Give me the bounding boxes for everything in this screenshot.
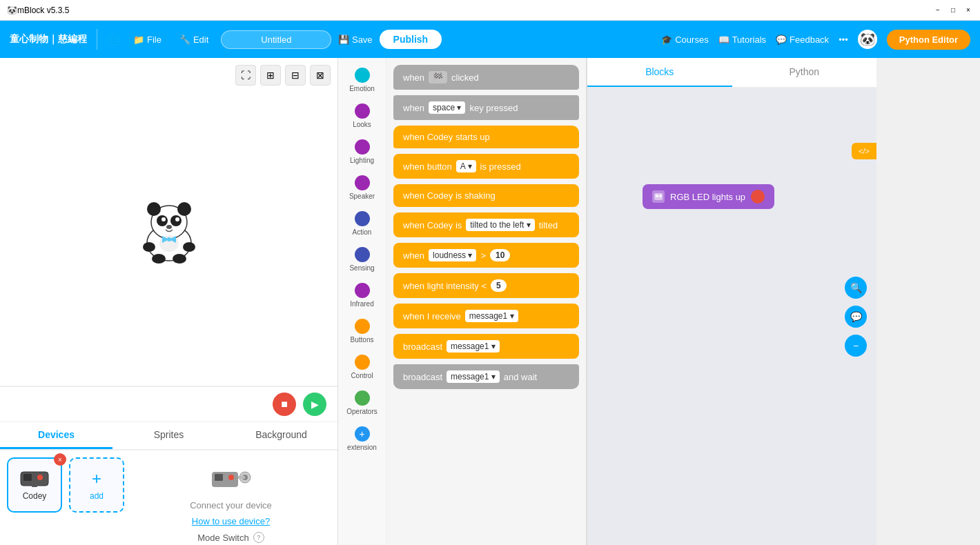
- category-extension[interactable]: + extension: [342, 422, 383, 455]
- nav-divider: [97, 29, 97, 50]
- code-toggle-button[interactable]: </>: [852, 143, 876, 159]
- courses-link[interactable]: 🎓 Courses: [661, 34, 708, 45]
- category-operators[interactable]: Operators: [342, 386, 383, 419]
- stage-panda: [131, 184, 207, 260]
- comment-panel-button[interactable]: 💬: [845, 306, 867, 328]
- svg-rect-26: [238, 476, 245, 479]
- remove-device-badge[interactable]: ×: [54, 453, 66, 466]
- svg-point-3: [177, 202, 191, 216]
- feedback-link[interactable]: 💬 Feedback: [776, 34, 829, 45]
- block-when-shaking[interactable]: when Codey is shaking: [393, 184, 579, 207]
- loudness-value[interactable]: 10: [490, 249, 510, 261]
- connect-device-label: Connect your device: [190, 500, 272, 511]
- category-buttons[interactable]: Buttons: [342, 315, 383, 348]
- mode-info-icon[interactable]: ?: [253, 532, 264, 543]
- grid-view-2-button[interactable]: ⊞: [260, 65, 281, 86]
- grid-view-4-button[interactable]: ⊠: [310, 65, 331, 86]
- connect-panel: Connect your device How to use device? M…: [131, 457, 331, 545]
- stop-button[interactable]: ■: [273, 393, 296, 416]
- category-sensing[interactable]: Sensing: [342, 243, 383, 276]
- fullscreen-button[interactable]: ⛶: [235, 65, 256, 86]
- run-button[interactable]: ▶: [303, 393, 326, 416]
- save-button[interactable]: 💾 Save: [338, 34, 372, 45]
- rgb-icon: [652, 190, 665, 203]
- message-receive-dropdown[interactable]: message1 ▾: [465, 310, 518, 322]
- action-label: Action: [353, 228, 372, 236]
- speaker-label: Speaker: [349, 192, 375, 200]
- block-when-loudness[interactable]: when loudness ▾ > 10: [393, 243, 579, 268]
- looks-label: Looks: [353, 121, 371, 128]
- category-action[interactable]: Action: [342, 207, 383, 240]
- add-device-button[interactable]: + add: [69, 457, 124, 513]
- category-infrared[interactable]: Infrared: [342, 279, 383, 312]
- category-control[interactable]: Control: [342, 350, 383, 384]
- tab-sprites[interactable]: Sprites: [112, 422, 225, 449]
- tutorials-link[interactable]: 📖 Tutorials: [718, 34, 766, 45]
- more-menu[interactable]: •••: [839, 34, 848, 45]
- light-value[interactable]: 5: [491, 279, 507, 292]
- block-broadcast[interactable]: broadcast message1 ▾: [393, 334, 579, 359]
- tilt-dropdown[interactable]: tilted to the left ▾: [466, 219, 534, 231]
- block-broadcast-wait[interactable]: broadcast message1 ▾ and wait: [393, 364, 579, 389]
- block-when-codey-starts[interactable]: when Codey starts up: [393, 126, 579, 148]
- publish-button[interactable]: Publish: [380, 30, 442, 49]
- bottom-tabs: Devices Sprites Background: [0, 422, 337, 450]
- left-panel: ⛶ ⊞ ⊟ ⊠: [0, 58, 338, 545]
- svg-point-16: [167, 237, 171, 241]
- tab-devices[interactable]: Devices: [0, 422, 112, 449]
- category-looks[interactable]: Looks: [342, 99, 383, 132]
- mode-switch-label: Mode Switch: [197, 533, 248, 543]
- infrared-label: Infrared: [350, 300, 373, 308]
- rgb-color-dot[interactable]: [751, 190, 765, 204]
- tab-blocks[interactable]: Blocks: [587, 58, 732, 87]
- tab-python[interactable]: Python: [732, 58, 877, 87]
- broadcast-wait-dropdown[interactable]: message1 ▾: [447, 370, 500, 383]
- category-speaker[interactable]: Speaker: [342, 171, 383, 204]
- mode-switch-row: Mode Switch ?: [197, 532, 264, 543]
- control-dot: [355, 355, 370, 370]
- rgb-led-block[interactable]: RGB LED lights up: [643, 184, 774, 209]
- main-layout: ⛶ ⊞ ⊟ ⊠: [0, 58, 980, 545]
- file-menu[interactable]: 📁 File: [128, 32, 167, 48]
- sensing-label: Sensing: [349, 264, 374, 272]
- category-lighting[interactable]: Lighting: [342, 135, 383, 168]
- button-dropdown[interactable]: A ▾: [456, 160, 476, 172]
- python-editor-button[interactable]: Python Editor: [887, 30, 970, 50]
- svg-rect-18: [23, 474, 32, 481]
- svg-rect-22: [215, 474, 223, 481]
- svg-point-23: [228, 475, 234, 480]
- codey-device-card[interactable]: × Codey: [7, 457, 62, 513]
- block-when-tilted[interactable]: when Codey is tilted to the left ▾ tilte…: [393, 212, 579, 237]
- block-when-receive[interactable]: when I receive message1 ▾: [393, 304, 579, 328]
- nav-right: 🎓 Courses 📖 Tutorials 💬 Feedback ••• 🐼 P…: [661, 30, 970, 50]
- courses-icon: 🎓: [661, 34, 672, 45]
- edit-menu[interactable]: 🔧 Edit: [174, 32, 214, 48]
- project-name-input[interactable]: [221, 30, 331, 49]
- key-dropdown[interactable]: space ▾: [429, 101, 465, 114]
- close-button[interactable]: ×: [963, 6, 973, 15]
- action-dot: [355, 211, 370, 226]
- tab-background[interactable]: Background: [225, 422, 337, 449]
- category-emotion[interactable]: Emotion: [342, 63, 383, 97]
- block-when-flag-clicked[interactable]: when 🏁 clicked: [393, 65, 579, 90]
- maximize-button[interactable]: □: [948, 6, 958, 15]
- broadcast-dropdown[interactable]: message1 ▾: [447, 340, 500, 353]
- user-avatar[interactable]: 🐼: [858, 30, 877, 49]
- svg-point-8: [166, 225, 172, 229]
- devices-content: × Codey + add: [0, 450, 337, 545]
- block-when-key-pressed[interactable]: when space ▾ key pressed: [393, 95, 579, 120]
- feedback-icon: 💬: [776, 34, 787, 45]
- loudness-dropdown[interactable]: loudness ▾: [429, 249, 476, 261]
- rgb-led-label: RGB LED lights up: [670, 192, 745, 202]
- block-when-light-intensity[interactable]: when light intensity < 5: [393, 273, 579, 298]
- how-to-use-link[interactable]: How to use device?: [192, 516, 270, 526]
- search-panel-button[interactable]: 🔍: [845, 277, 867, 299]
- tutorials-icon: 📖: [718, 34, 729, 45]
- globe-icon[interactable]: 🌐: [107, 33, 121, 46]
- minus-panel-button[interactable]: −: [845, 335, 867, 357]
- right-panel-actions: 🔍 💬 −: [845, 277, 867, 357]
- grid-view-3-button[interactable]: ⊟: [285, 65, 306, 86]
- minimize-button[interactable]: −: [933, 6, 943, 15]
- block-when-button-pressed[interactable]: when button A ▾ is pressed: [393, 154, 579, 179]
- emotion-dot: [355, 68, 370, 83]
